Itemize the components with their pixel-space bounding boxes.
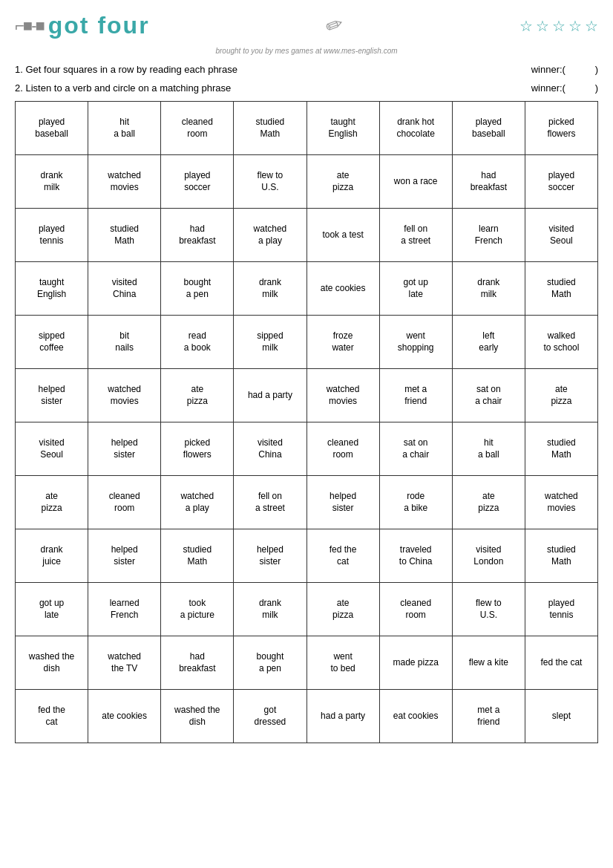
grid-cell[interactable]: ate cookies [88, 690, 161, 743]
grid-cell[interactable]: playedbaseball [452, 102, 525, 155]
grid-cell[interactable]: frozewater [306, 316, 379, 369]
grid-cell[interactable]: rodea bike [379, 476, 452, 529]
grid-cell[interactable]: washed thedish [161, 690, 234, 743]
grid-cell[interactable]: flew a kite [452, 636, 525, 690]
grid-cell[interactable]: met afriend [452, 690, 525, 743]
grid-cell[interactable]: walkedto school [525, 316, 597, 369]
grid-cell[interactable]: drankmilk [452, 262, 525, 316]
grid-cell[interactable]: pickedflowers [161, 422, 234, 476]
grid-cell[interactable]: visitedSeoul [16, 422, 88, 476]
grid-cell[interactable]: visitedChina [88, 262, 161, 316]
grid-cell[interactable]: atepizza [525, 369, 597, 422]
grid-cell[interactable]: visitedSeoul [525, 209, 597, 262]
grid-cell[interactable]: watchedmovies [88, 155, 161, 209]
grid-cell[interactable]: studiedMath [525, 422, 597, 476]
grid-cell[interactable]: met afriend [379, 369, 452, 422]
grid-cell[interactable]: helpedsister [234, 529, 306, 583]
grid-cell[interactable]: eat cookies [379, 690, 452, 743]
grid-cell[interactable]: drankmilk [234, 262, 306, 316]
grid-cell[interactable]: cleanedroom [379, 583, 452, 636]
grid-cell[interactable]: hadbreakfast [161, 636, 234, 690]
grid-cell[interactable]: pickedflowers [525, 102, 597, 155]
grid-cell[interactable]: watcheda play [161, 476, 234, 529]
grid-cell[interactable]: atepizza [16, 476, 88, 529]
grid-cell[interactable]: cleanedroom [306, 422, 379, 476]
grid-cell[interactable]: had a party [234, 369, 306, 422]
grid-cell[interactable]: studiedMath [234, 102, 306, 155]
grid-cell[interactable]: drankjuice [16, 529, 88, 583]
grid-cell[interactable]: cleanedroom [161, 102, 234, 155]
grid-cell[interactable]: sippedcoffee [16, 316, 88, 369]
grid-cell[interactable]: washed thedish [16, 636, 88, 690]
grid-cell[interactable]: studiedMath [161, 529, 234, 583]
grid-cell[interactable]: hita ball [88, 102, 161, 155]
grid-cell[interactable]: drank hotchocolate [379, 102, 452, 155]
grid-cell[interactable]: watchedmovies [306, 369, 379, 422]
grid-cell[interactable]: taughtEnglish [306, 102, 379, 155]
grid-cell[interactable]: watchedmovies [88, 369, 161, 422]
grid-cell[interactable]: atepizza [306, 583, 379, 636]
grid-cell[interactable]: studiedMath [525, 529, 597, 583]
grid-cell[interactable]: wentto bed [306, 636, 379, 690]
grid-cell[interactable]: fed thecat [16, 690, 88, 743]
grid-cell[interactable]: made pizza [379, 636, 452, 690]
grid-cell[interactable]: playedsoccer [161, 155, 234, 209]
grid-cell[interactable]: studiedMath [88, 209, 161, 262]
grid-cell[interactable]: helpedsister [16, 369, 88, 422]
grid-cell[interactable]: hita ball [452, 422, 525, 476]
grid-cell[interactable]: flew toU.S. [452, 583, 525, 636]
grid-cell[interactable]: helpedsister [88, 422, 161, 476]
grid-cell[interactable]: learnFrench [452, 209, 525, 262]
grid-cell[interactable]: studiedMath [525, 262, 597, 316]
grid-cell[interactable]: flew toU.S. [234, 155, 306, 209]
grid-cell[interactable]: leftearly [452, 316, 525, 369]
grid-cell[interactable]: visitedChina [234, 422, 306, 476]
grid-cell[interactable]: boughta pen [234, 636, 306, 690]
grid-cell[interactable]: fed the cat [525, 636, 597, 690]
grid-cell[interactable]: visitedLondon [452, 529, 525, 583]
subtitle: brought to you by mes games at www.mes-e… [15, 47, 598, 55]
grid-cell[interactable]: drankmilk [234, 583, 306, 636]
grid-cell[interactable]: wentshopping [379, 316, 452, 369]
grid-cell[interactable]: playedtennis [16, 209, 88, 262]
grid-cell[interactable]: atepizza [161, 369, 234, 422]
grid-cell[interactable]: fell ona street [234, 476, 306, 529]
grid-cell[interactable]: playedsoccer [525, 155, 597, 209]
table-row: sippedcoffeebitnailsreada booksippedmilk… [16, 316, 598, 369]
grid-cell[interactable]: bitnails [88, 316, 161, 369]
instructions: 1. Get four squares in a row by reading … [15, 64, 598, 94]
grid-cell[interactable]: had a party [306, 690, 379, 743]
grid-cell[interactable]: took a test [306, 209, 379, 262]
grid-cell[interactable]: helpedsister [306, 476, 379, 529]
grid-cell[interactable]: got uplate [16, 583, 88, 636]
grid-cell[interactable]: watchedthe TV [88, 636, 161, 690]
grid-cell[interactable]: learnedFrench [88, 583, 161, 636]
grid-cell[interactable]: slept [525, 690, 597, 743]
grid-cell[interactable]: traveledto China [379, 529, 452, 583]
grid-cell[interactable]: boughta pen [161, 262, 234, 316]
grid-cell[interactable]: watcheda play [234, 209, 306, 262]
grid-cell[interactable]: drankmilk [16, 155, 88, 209]
grid-cell[interactable]: sippedmilk [234, 316, 306, 369]
grid-cell[interactable]: ate cookies [306, 262, 379, 316]
grid-cell[interactable]: playedtennis [525, 583, 597, 636]
grid-cell[interactable]: reada book [161, 316, 234, 369]
grid-cell[interactable]: watchedmovies [525, 476, 597, 529]
table-row: visitedSeoulhelpedsisterpickedflowersvis… [16, 422, 598, 476]
grid-cell[interactable]: taughtEnglish [16, 262, 88, 316]
grid-cell[interactable]: tooka picture [161, 583, 234, 636]
grid-cell[interactable]: fed thecat [306, 529, 379, 583]
grid-cell[interactable]: hadbreakfast [452, 155, 525, 209]
grid-cell[interactable]: gotdressed [234, 690, 306, 743]
grid-cell[interactable]: cleanedroom [88, 476, 161, 529]
grid-cell[interactable]: sat ona chair [379, 422, 452, 476]
grid-cell[interactable]: atepizza [452, 476, 525, 529]
grid-cell[interactable]: got uplate [379, 262, 452, 316]
grid-cell[interactable]: sat ona chair [452, 369, 525, 422]
grid-cell[interactable]: helpedsister [88, 529, 161, 583]
grid-cell[interactable]: won a race [379, 155, 452, 209]
grid-cell[interactable]: hadbreakfast [161, 209, 234, 262]
grid-cell[interactable]: playedbaseball [16, 102, 88, 155]
grid-cell[interactable]: fell ona street [379, 209, 452, 262]
grid-cell[interactable]: atepizza [306, 155, 379, 209]
